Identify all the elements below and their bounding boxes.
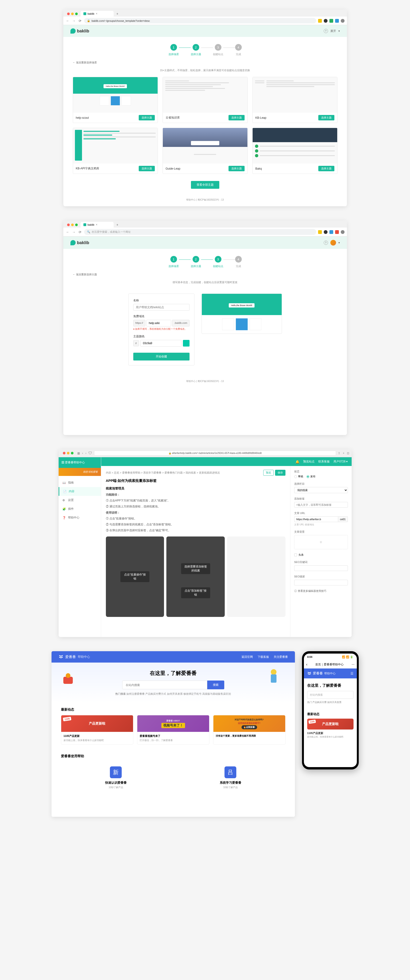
user-dropdown[interactable]: 展开	[330, 29, 336, 33]
back-icon[interactable]: ‹	[82, 452, 83, 455]
search-input[interactable]	[122, 681, 207, 689]
nav-item-content[interactable]: 📄 内容	[59, 487, 101, 496]
url-prefix-input[interactable]	[294, 516, 338, 522]
back-button[interactable]: ←	[66, 19, 70, 23]
column-select[interactable]: 我的线索	[294, 487, 348, 493]
forward-button[interactable]: →	[72, 19, 76, 23]
browser-tab[interactable]: baklib ×	[81, 222, 114, 228]
news-card-3[interactable]: 对这千年时代知道怎么如何吗? 这些你的老朋友的留守? 🔥点我查看! 没有这个更新…	[213, 715, 285, 745]
avatar[interactable]	[330, 240, 336, 245]
ext-icon-4[interactable]	[335, 19, 339, 23]
share-icon[interactable]: ⇪	[338, 452, 340, 455]
new-tab-icon[interactable]: +	[343, 452, 344, 455]
new-tab-button[interactable]: +	[115, 11, 120, 17]
url-input[interactable]: 🔒 baklib.com/~/groups/choose_template?or…	[84, 18, 316, 24]
template-preview[interactable]	[253, 128, 337, 164]
maximize-dot[interactable]	[71, 452, 73, 454]
admin-brand[interactable]: ☰ 爱番番帮助中心	[59, 457, 101, 468]
tags-list[interactable]: 如何注册爱番番 产品购买付费方式 如何开具发票 修改绑定手机号 高级版与基础版售…	[127, 692, 231, 695]
color-input[interactable]	[140, 340, 182, 347]
back-button[interactable]: ←	[66, 230, 70, 234]
baklib-logo[interactable]: baklib	[70, 29, 89, 33]
nav-item-guide[interactable]: 📖 指南	[59, 478, 101, 487]
minimize-dot[interactable]	[71, 13, 74, 15]
tag-input[interactable]	[294, 502, 348, 508]
tabs-icon[interactable]: ⊡	[347, 452, 349, 455]
minimize-dot[interactable]	[71, 224, 74, 226]
template-preview[interactable]	[253, 77, 337, 113]
chevron-down-icon[interactable]: ▾	[339, 241, 340, 244]
template-preview[interactable]	[163, 128, 247, 164]
seo-kw-input[interactable]	[294, 565, 348, 571]
template-preview[interactable]: Hello,the Brave World!	[73, 77, 158, 113]
tips-link[interactable]: ⓘ 查看更多编辑器使用技巧	[294, 589, 348, 593]
new-tab-button[interactable]: +	[115, 222, 120, 228]
nav-link-follow[interactable]: 关注爱番番	[274, 655, 288, 659]
tags-list[interactable]: 产品购买付费 如何开具发票	[312, 701, 342, 703]
close-dot[interactable]	[63, 452, 65, 454]
breadcrumb-path[interactable]: 内容 > 总览 > 爱番番使用帮助 > 系统学习爱番番 > 爱番番热门问题 > …	[106, 471, 220, 474]
radio-publish[interactable]: 发布	[307, 475, 315, 478]
nav-link-download[interactable]: 下载客服	[258, 655, 269, 659]
ext-icon-2[interactable]	[324, 230, 328, 234]
reload-button[interactable]: ⟳	[78, 230, 82, 234]
user-menu[interactable]: 用户0726 ▾	[334, 460, 348, 464]
nav-item-plugin[interactable]: 🧩 插件	[59, 504, 101, 513]
maximize-dot[interactable]	[75, 224, 78, 226]
reload-button[interactable]: ⟳	[78, 19, 82, 23]
maximize-dot[interactable]	[75, 13, 78, 15]
save-button[interactable]: 保存	[275, 470, 285, 476]
template-preview[interactable]	[163, 77, 247, 113]
domain-input[interactable]	[146, 320, 171, 326]
menu-icon[interactable]: ☰	[350, 671, 353, 675]
select-theme-button[interactable]: 选择主题	[139, 115, 155, 120]
help-icon[interactable]: ?	[324, 240, 328, 245]
select-theme-button[interactable]: 选择主题	[318, 166, 334, 171]
sidebar-toggle-icon[interactable]: ▦	[77, 452, 80, 455]
search-input[interactable]: 在站内搜索	[307, 691, 353, 699]
safari-url[interactable]: 🔒 aifanfanhelp.baklib.com/~/admin/articl…	[94, 450, 336, 456]
close-dot[interactable]	[67, 224, 70, 226]
url-suffix[interactable]: ce01	[338, 516, 348, 522]
name-input[interactable]	[133, 304, 190, 310]
ext-icon-3[interactable]	[329, 230, 333, 234]
back-link[interactable]: ← 返回重新选择场景	[63, 59, 347, 67]
close-dot[interactable]	[67, 13, 70, 15]
forward-icon[interactable]: ›	[85, 452, 87, 455]
browser-tab[interactable]: baklib ×	[81, 11, 114, 17]
select-theme-button[interactable]: 选择主题	[139, 166, 155, 171]
contact-link[interactable]: 联系客服	[318, 460, 330, 464]
shield-icon[interactable]: 🛡	[89, 451, 92, 455]
seo-desc-input[interactable]	[294, 580, 348, 585]
select-theme-button[interactable]: 选择主题	[228, 166, 245, 171]
ext-icon-4[interactable]	[335, 230, 339, 234]
headline-checkbox[interactable]: 头条	[294, 553, 348, 557]
help-item-system[interactable]: 吕 系统学习爱番番 10秒了解产品	[176, 762, 285, 794]
chevron-down-icon[interactable]: ▾	[339, 29, 340, 33]
select-theme-button[interactable]: 选择主题	[318, 115, 334, 120]
tab-close-icon[interactable]: ×	[96, 223, 97, 226]
nav-item-settings[interactable]: ⚙ 设置	[59, 496, 101, 504]
create-button[interactable]: 开始创建	[133, 353, 190, 361]
back-link[interactable]: ← 返回重新选择主题	[63, 270, 347, 278]
news-banner[interactable]: 1105 产品更新啦	[307, 719, 353, 730]
nav-item-help[interactable]: ❓ 帮助中心	[59, 513, 101, 522]
preview-button[interactable]: 预览	[263, 470, 274, 476]
forward-button[interactable]: →	[72, 230, 76, 234]
upload-box[interactable]: +	[294, 535, 348, 549]
help-icon[interactable]: ?	[324, 29, 328, 33]
more-icon[interactable]: ⋯	[351, 663, 355, 666]
radio-draft[interactable]: 草稿	[294, 475, 303, 478]
ext-icon-1[interactable]	[318, 19, 322, 23]
ext-icon-2[interactable]	[324, 19, 328, 23]
help-item-quick[interactable]: 新 快速认识爱番番 10秒了解产品	[61, 762, 171, 794]
minimize-dot[interactable]	[67, 452, 70, 454]
news-card-1[interactable]: 1105 产品更新啦 1105产品更新 新功能上线，快来看看有什么新功能吧	[61, 715, 133, 745]
article-title[interactable]: APP端-如何为线索批量添加标签	[106, 479, 285, 483]
avatar-icon[interactable]	[341, 19, 345, 23]
bell-icon[interactable]: 🔔	[295, 460, 299, 464]
template-preview[interactable]	[73, 128, 158, 164]
ext-icon-1[interactable]	[318, 230, 322, 234]
view-all-button[interactable]: 查看全部主题	[191, 181, 219, 189]
baklib-logo[interactable]: baklib	[70, 240, 89, 245]
